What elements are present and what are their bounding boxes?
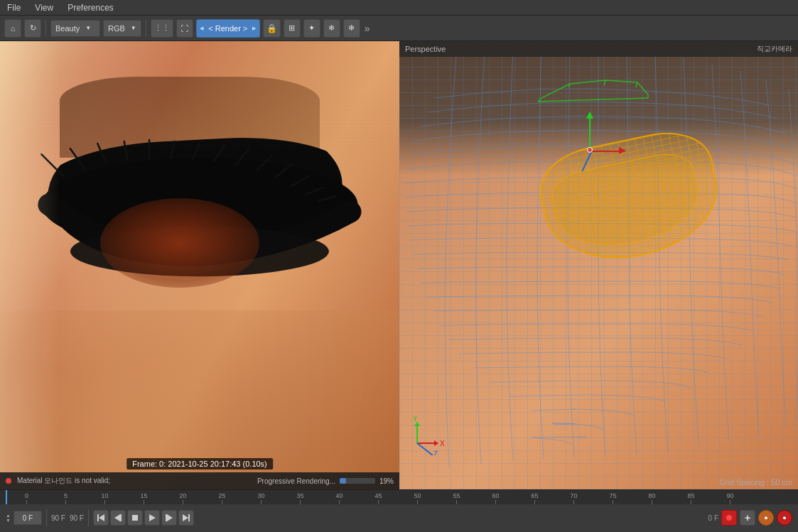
frame-info: Frame: 0: 2021-10-25 20:17:43 (0.10s) [126, 458, 273, 469]
render-right-arrow: ▸ [252, 23, 257, 33]
spinner-down[interactable]: ▼ [6, 518, 11, 523]
ruler-mark-line [65, 500, 66, 504]
red-circle-btn[interactable]: ● [777, 510, 792, 526]
timeline-cursor[interactable] [6, 490, 7, 504]
spinner-up[interactable]: ▲ [6, 513, 11, 518]
skip-start-icon [97, 514, 104, 521]
progress-bar: Progressive Rendering... 19% [257, 477, 394, 485]
sep-timeline-2 [88, 509, 89, 526]
svg-marker-17 [434, 440, 438, 446]
stop-icon [131, 514, 139, 521]
snowflake-btn-2[interactable]: ❄ [343, 19, 360, 38]
more-button[interactable]: » [363, 23, 372, 34]
apps-btn[interactable]: ⊞ [284, 19, 301, 38]
refresh-button[interactable]: ↻ [24, 19, 41, 38]
grid-btn-1[interactable]: ⋮⋮ [151, 19, 173, 38]
home-button[interactable]: ⌂ [4, 19, 21, 38]
ruler-mark-label: 80 [648, 492, 655, 499]
svg-text:X: X [440, 440, 445, 447]
beauty-dropdown[interactable]: Beauty [50, 20, 100, 37]
play-button[interactable] [144, 510, 160, 526]
crop-btn[interactable]: ⛶ [176, 19, 193, 38]
ruler-mark-line [26, 500, 27, 504]
ruler-mark: 50 [398, 492, 437, 504]
render-image: Frame: 0: 2021-10-25 20:17:43 (0.10s) [0, 41, 399, 489]
ruler-mark: 30 [242, 492, 281, 504]
ruler-mark: 15 [124, 492, 163, 504]
svg-marker-25 [99, 514, 104, 521]
ruler-mark: 85 [672, 492, 711, 504]
lock-button[interactable]: 🔒 [263, 19, 281, 38]
render-dropdown[interactable]: ◂ < Render > ▸ [196, 19, 260, 38]
next-icon [166, 514, 173, 521]
record-button[interactable] [721, 510, 737, 526]
ruler-mark: 55 [437, 492, 476, 504]
ruler-mark: 70 [554, 492, 593, 504]
skip-start-button[interactable] [93, 510, 109, 526]
ruler-mark-label: 50 [414, 492, 421, 499]
ruler-mark-line [417, 500, 418, 504]
sep-timeline [46, 509, 47, 526]
prev-frame-button[interactable] [110, 510, 126, 526]
refresh-icon: ↻ [30, 23, 36, 33]
red-circle-icon: ● [782, 514, 786, 521]
ruler-mark: 45 [359, 492, 398, 504]
current-frame-input[interactable] [14, 511, 42, 525]
render-viewport[interactable]: Frame: 0: 2021-10-25 20:17:43 (0.10s) Ma… [0, 41, 399, 489]
ruler-mark-label: 20 [179, 492, 186, 499]
ruler-mark-line [534, 500, 535, 504]
ruler-mark: 60 [476, 492, 515, 504]
prev-icon [114, 514, 122, 521]
ruler-mark-label: 65 [531, 492, 538, 499]
axes-indicator: X Y Z [410, 416, 449, 455]
menu-preferences[interactable]: Preferences [65, 1, 117, 14]
menu-file[interactable]: File [4, 1, 23, 14]
ruler-mark: 40 [320, 492, 359, 504]
right-icons: 0 F + ● ● [708, 510, 792, 526]
dots-grid-icon: ⋮⋮ [154, 23, 170, 33]
rgb-dropdown[interactable]: RGB [103, 20, 141, 37]
guide-lines-svg [399, 41, 798, 489]
ruler-mark-label: 5 [64, 492, 68, 499]
ruler-mark: 20 [163, 492, 203, 504]
ruler-mark-line [613, 500, 613, 504]
render-left-arrow: ◂ [200, 23, 204, 33]
ruler-mark-label: 10 [101, 492, 108, 499]
ruler-mark: 75 [593, 492, 632, 504]
separator-2 [146, 20, 146, 37]
svg-marker-32 [183, 514, 188, 521]
frame-spinner: ▲ ▼ [6, 507, 11, 528]
menu-view[interactable]: View [32, 1, 56, 14]
skip-end-button[interactable] [178, 510, 194, 526]
timeline-controls: ▲ ▼ 90 F 90 F [0, 504, 798, 532]
snowflake-btn-1[interactable]: ❄ [323, 19, 340, 38]
timeline-ruler: 0 5 10 15 20 25 30 35 40 45 [0, 490, 798, 504]
orange-btn-1[interactable]: ● [758, 510, 774, 526]
play-icon [149, 514, 156, 521]
snowflake-icon-2: ❄ [348, 23, 355, 33]
ruler-mark-label: 35 [296, 492, 303, 499]
end-frame-label: 90 F [70, 514, 84, 522]
ruler-mark-label: 60 [492, 492, 499, 499]
svg-line-2 [70, 148, 85, 168]
ruler-mark-line [730, 500, 730, 504]
ruler-mark-label: 15 [140, 492, 147, 499]
playback-controls [93, 510, 194, 526]
ruler-mark: 65 [515, 492, 554, 504]
next-frame-button[interactable] [161, 510, 177, 526]
star-btn[interactable]: ✦ [303, 19, 320, 38]
ruler-mark-line [222, 500, 222, 504]
add-keyframe-button[interactable]: + [740, 510, 755, 526]
3d-viewport[interactable]: Perspective 직교카메라 Selected Total Polys 1… [399, 41, 798, 489]
progress-text: Progressive Rendering... [257, 477, 335, 485]
rgb-label: RGB [108, 24, 125, 33]
ruler-mark-line [573, 500, 574, 504]
ruler-mark-label: 55 [453, 492, 460, 499]
svg-marker-30 [167, 514, 173, 521]
svg-rect-33 [188, 514, 190, 521]
ruler-mark-label: 90 [726, 492, 733, 499]
stop-button[interactable] [127, 510, 143, 526]
ruler-mark-line [144, 500, 144, 504]
korean-label: 직교카메라 [757, 44, 792, 54]
ruler-mark-line [261, 500, 261, 504]
